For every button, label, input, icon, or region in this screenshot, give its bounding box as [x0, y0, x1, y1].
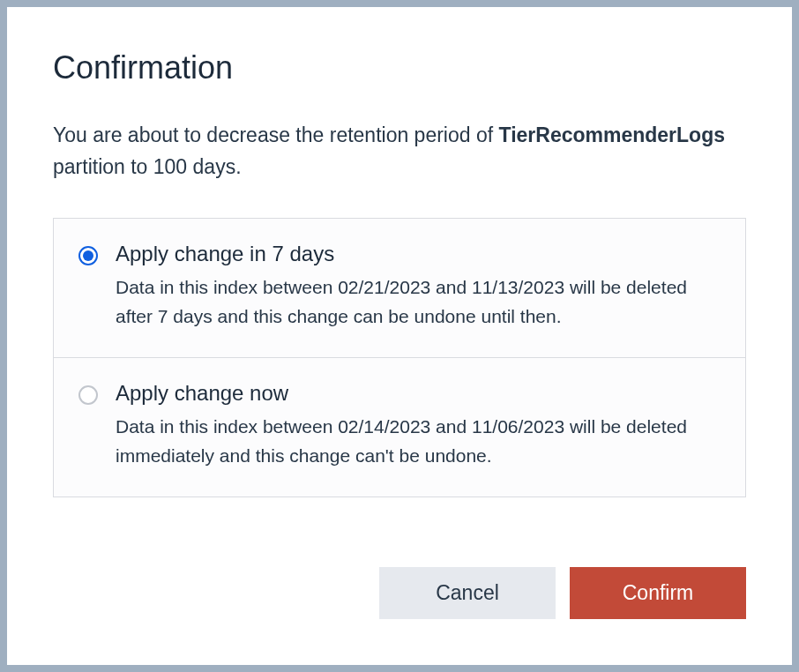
option-text: Apply change in 7 days Data in this inde… — [116, 242, 721, 331]
option-apply-in-7-days[interactable]: Apply change in 7 days Data in this inde… — [54, 219, 745, 358]
cancel-button[interactable]: Cancel — [379, 567, 556, 619]
option-text: Apply change now Data in this index betw… — [116, 381, 721, 470]
option-desc: Data in this index between 02/14/2023 an… — [116, 413, 721, 470]
option-title: Apply change now — [116, 381, 721, 406]
confirmation-dialog: Confirmation You are about to decrease t… — [7, 7, 792, 665]
radio-icon — [78, 385, 98, 405]
dialog-body: You are about to decrease the retention … — [53, 120, 746, 183]
dialog-title: Confirmation — [53, 49, 746, 86]
dialog-body-suffix: partition to 100 days. — [53, 155, 242, 178]
confirm-button[interactable]: Confirm — [570, 567, 746, 619]
option-desc: Data in this index between 02/21/2023 an… — [116, 273, 721, 331]
radio-icon — [78, 246, 98, 265]
dialog-actions: Cancel Confirm — [53, 532, 746, 619]
options-group: Apply change in 7 days Data in this inde… — [53, 218, 746, 497]
option-apply-now[interactable]: Apply change now Data in this index betw… — [54, 358, 745, 497]
partition-name: TierRecommenderLogs — [499, 123, 725, 146]
dialog-body-prefix: You are about to decrease the retention … — [53, 123, 499, 146]
option-title: Apply change in 7 days — [116, 242, 721, 266]
